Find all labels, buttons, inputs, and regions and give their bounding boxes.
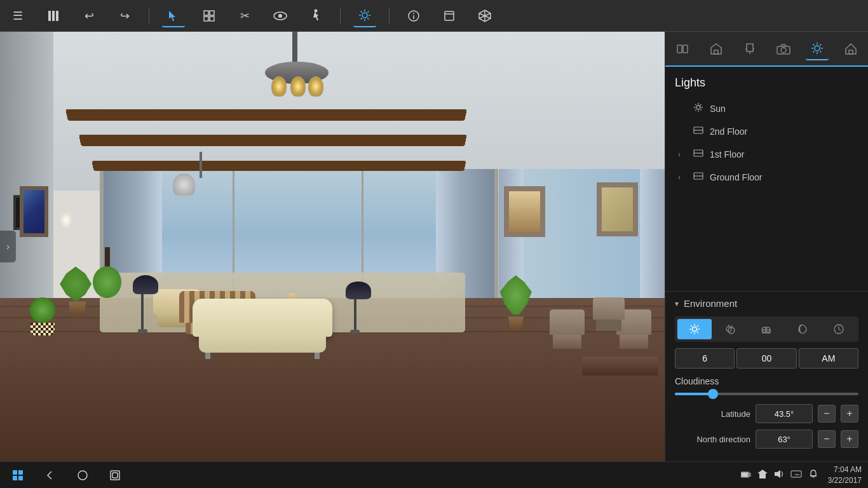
svg-line-40	[820, 51, 821, 52]
menu-icon[interactable]: ☰	[6, 4, 29, 27]
chandelier-light3	[308, 76, 323, 97]
svg-marker-90	[775, 470, 780, 478]
walk-icon[interactable]	[304, 4, 327, 27]
slider-track	[675, 393, 858, 395]
info-icon[interactable]	[402, 4, 425, 27]
scissors-icon[interactable]: ✂	[233, 4, 256, 27]
chandelier-rod	[292, 32, 297, 66]
volume-icon	[774, 470, 784, 480]
camera-panel-icon[interactable]	[772, 37, 795, 60]
svg-line-72	[731, 325, 733, 327]
north-direction-input[interactable]: 63°	[756, 430, 813, 449]
svg-rect-79	[13, 470, 17, 475]
time-ampm-input[interactable]: AM	[799, 348, 858, 369]
svg-rect-0	[48, 11, 51, 21]
wall-lamp	[60, 212, 76, 231]
undo-icon[interactable]: ↩	[78, 4, 100, 27]
slider-thumb[interactable]	[708, 389, 718, 399]
lights-title: Lights	[675, 76, 858, 90]
svg-rect-91	[791, 471, 801, 477]
light-item-2nd-floor[interactable]: 2nd Floor	[675, 120, 858, 143]
svg-rect-82	[18, 476, 23, 480]
svg-line-42	[813, 51, 815, 52]
svg-rect-22	[445, 11, 454, 20]
time-display: 7:04 AM	[828, 464, 862, 475]
env-tab-partly-cloudy[interactable]	[714, 319, 748, 339]
svg-rect-84	[111, 471, 119, 480]
latitude-increase-btn[interactable]: +	[841, 405, 858, 423]
svg-rect-6	[210, 17, 214, 21]
redo-icon[interactable]: ↪	[113, 4, 136, 27]
svg-rect-28	[677, 45, 682, 53]
env-tab-cloudy[interactable]	[750, 319, 784, 339]
build-panel-icon[interactable]	[705, 37, 728, 60]
floor-icon-2nd	[693, 125, 703, 138]
sun-toolbar-icon[interactable]	[353, 4, 376, 27]
circle-button[interactable]	[71, 464, 94, 487]
north-decrease-btn[interactable]: −	[818, 430, 836, 448]
library-icon[interactable]	[42, 4, 65, 27]
svg-line-66	[697, 332, 698, 333]
battery-icon	[741, 470, 751, 480]
arrange-icon[interactable]	[198, 4, 220, 27]
chevron-right-icon: ›	[6, 241, 10, 252]
north-increase-btn[interactable]: +	[841, 430, 858, 448]
lights-section: Lights Sun 2nd Floor ›	[665, 67, 868, 189]
tools-panel-icon[interactable]	[671, 37, 694, 60]
svg-rect-29	[683, 45, 688, 53]
painting-left	[20, 186, 48, 237]
light-item-1st-floor[interactable]: › 1st Floor	[675, 143, 858, 166]
paint-panel-icon[interactable]	[738, 37, 761, 60]
windows-button[interactable]	[104, 464, 126, 487]
floor-lamp-right	[346, 281, 365, 332]
svg-point-83	[78, 471, 87, 480]
frame-icon[interactable]	[438, 4, 461, 27]
cloudiness-label: Cloudiness	[675, 376, 858, 386]
latitude-row: Latitude 43.5° − +	[675, 404, 858, 423]
time-hour-input[interactable]: 6	[675, 348, 735, 369]
light-panel-icon[interactable]	[806, 37, 829, 60]
env-tab-night[interactable]	[785, 319, 820, 339]
checkered-pot	[27, 297, 58, 332]
svg-point-8	[278, 14, 282, 18]
environment-section: ▾ Environment	[665, 291, 868, 461]
chandelier-body	[252, 62, 341, 84]
start-button[interactable]	[6, 464, 29, 487]
cloudiness-slider[interactable]	[675, 393, 858, 395]
svg-point-21	[413, 13, 414, 14]
svg-line-16	[367, 18, 369, 19]
dining-table-edge	[582, 356, 658, 376]
system-icons	[741, 469, 818, 481]
back-button[interactable]	[39, 464, 62, 487]
light-item-sun[interactable]: Sun	[675, 97, 858, 120]
svg-line-67	[697, 325, 698, 327]
time-min-input[interactable]: 00	[736, 348, 796, 369]
side-nav-arrow[interactable]: ›	[0, 231, 16, 262]
home-panel-icon[interactable]	[839, 37, 862, 60]
keyboard-icon	[790, 470, 802, 480]
eye-icon[interactable]	[269, 4, 292, 27]
pendant-rod	[200, 152, 202, 178]
svg-line-52	[700, 104, 702, 105]
svg-line-17	[367, 11, 369, 12]
env-tab-clear[interactable]	[677, 319, 712, 339]
main-area: › Ligh	[0, 32, 868, 461]
ground-floor-expand: ›	[678, 173, 687, 182]
env-tab-clock[interactable]	[822, 319, 856, 339]
select-icon[interactable]	[162, 4, 185, 27]
environment-header[interactable]: ▾ Environment	[675, 298, 858, 309]
latitude-input[interactable]: 43.5°	[756, 404, 813, 423]
latitude-decrease-btn[interactable]: −	[818, 405, 836, 423]
svg-rect-1	[52, 11, 55, 21]
right-panel: Lights Sun 2nd Floor ›	[665, 32, 868, 461]
3d-viewport[interactable]: ›	[0, 32, 665, 461]
env-time-tabs	[675, 316, 858, 342]
svg-point-60	[692, 327, 696, 332]
slider-fill	[675, 393, 712, 395]
3d-icon[interactable]	[473, 4, 496, 27]
svg-line-50	[695, 104, 696, 105]
beam3	[92, 161, 466, 170]
light-item-ground-floor[interactable]: › Ground Floor	[675, 166, 858, 189]
plant-right	[500, 275, 532, 332]
svg-line-68	[691, 332, 692, 333]
